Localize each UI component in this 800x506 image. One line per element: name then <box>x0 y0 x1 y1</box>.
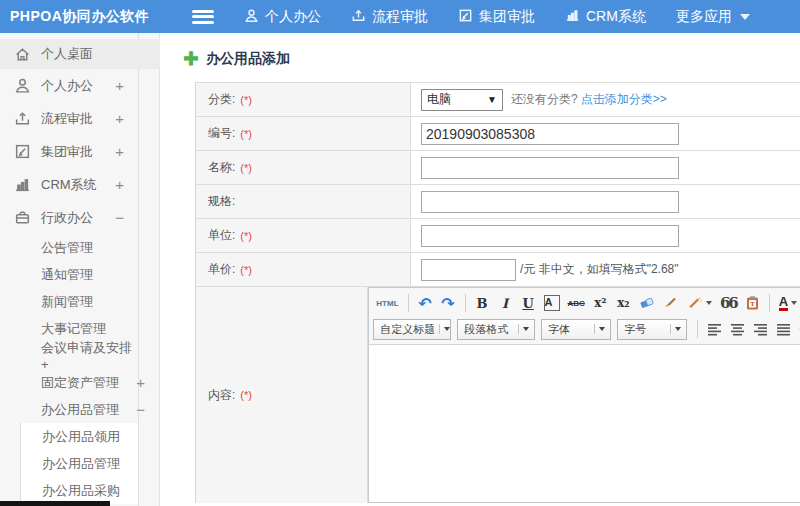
paste-as-text-icon[interactable]: T <box>742 293 763 314</box>
app-logo: PHPOA协同办公软件 <box>0 8 180 26</box>
sidebar-item-notice-mgmt[interactable]: 通知管理 <box>0 261 138 288</box>
field-value <box>411 185 800 218</box>
add-supplies-form: 分类: (*) 电脑 ▼ 还没有分类? 点击添加分类>> 编号: <box>195 82 800 503</box>
spec-input[interactable] <box>421 191 679 213</box>
field-value <box>411 219 800 252</box>
sidebar-item-office-supplies-mgmt[interactable]: 办公用品管理 − <box>0 396 138 423</box>
eraser-icon[interactable] <box>636 293 658 314</box>
caret-down-icon <box>594 324 607 334</box>
sidebar-item-supplies-claim[interactable]: 办公用品领用 <box>21 423 138 450</box>
field-label: 内容: (*) <box>196 287 368 503</box>
font-border-button[interactable]: A <box>544 295 560 311</box>
caret-down-icon <box>740 14 750 20</box>
hamburger-menu-icon[interactable] <box>192 10 214 24</box>
sidebar-item-personal-office[interactable]: 个人办公 + <box>0 69 138 102</box>
strikethrough-button[interactable]: ABC <box>565 293 588 314</box>
editor-toolbar: HTML ↶ ↷ B I U A ABC <box>369 288 800 345</box>
code-input[interactable] <box>421 123 679 145</box>
undo-icon[interactable]: ↶ <box>415 293 436 314</box>
sidebar-item-supplies-purchase[interactable]: 办公用品采购 <box>21 477 138 504</box>
nav-crm-system[interactable]: CRM系统 <box>565 8 646 26</box>
field-label: 名称: (*) <box>196 151 411 184</box>
collapse-minus-icon[interactable]: − <box>136 401 145 418</box>
font-color-button[interactable]: A <box>776 293 800 314</box>
editor-toolbar-row-1: HTML ↶ ↷ B I U A ABC <box>373 290 800 316</box>
sidebar-item-label: 集团审批 <box>41 143 93 161</box>
combo-label: 段落格式 <box>464 322 508 337</box>
nav-more-apps[interactable]: 更多应用 <box>676 8 750 26</box>
align-center-icon[interactable] <box>727 319 748 340</box>
field-label: 单位: (*) <box>196 219 411 252</box>
name-input[interactable] <box>421 157 679 179</box>
bold-button[interactable]: B <box>472 293 493 314</box>
nav-group-approval[interactable]: 集团审批 <box>458 8 535 26</box>
sidebar-item-label: 办公用品管理 <box>41 401 119 419</box>
combo-label: 自定义标题 <box>380 322 435 337</box>
font-size-combo[interactable]: 字号 <box>617 319 687 340</box>
app-window: PHPOA协同办公软件 个人办公 流程审批 集团审批 <box>0 0 800 506</box>
label-text: 单价: <box>208 261 235 278</box>
nav-workflow-approval[interactable]: 流程审批 <box>351 8 428 26</box>
sidebar-item-crm-system[interactable]: CRM系统 + <box>0 168 138 201</box>
custom-title-combo[interactable]: 自定义标题 <box>373 319 451 340</box>
expand-plus-icon[interactable]: + <box>115 176 124 193</box>
sidebar-item-supplies-manage[interactable]: 办公用品管理 <box>21 450 138 477</box>
source-code-button[interactable]: HTML <box>373 293 401 314</box>
sidebar-item-label: 办公用品管理 <box>42 455 120 473</box>
caret-down-icon <box>518 324 531 334</box>
briefcase-icon <box>14 209 31 226</box>
required-marker: (*) <box>240 230 252 242</box>
category-selected-value: 电脑 <box>427 91 451 108</box>
category-hint: 还没有分类? <box>511 91 578 108</box>
sidebar-item-news-mgmt[interactable]: 新闻管理 <box>0 288 138 315</box>
italic-button[interactable]: I <box>495 293 516 314</box>
add-category-link[interactable]: 点击添加分类>> <box>581 91 667 108</box>
paragraph-format-combo[interactable]: 段落格式 <box>457 319 535 340</box>
collapse-minus-icon[interactable]: − <box>115 209 124 226</box>
format-painter-icon[interactable] <box>660 293 682 314</box>
align-justify-icon[interactable] <box>773 319 794 340</box>
category-select[interactable]: 电脑 ▼ <box>421 89 503 111</box>
field-label: 规格: <box>196 185 411 218</box>
user-icon <box>244 8 259 26</box>
sidebar-item-label: 会议申请及安排+ <box>41 339 138 372</box>
price-input[interactable] <box>421 259 516 281</box>
sidebar-item-label: 新闻管理 <box>41 293 93 311</box>
unit-input[interactable] <box>421 225 679 247</box>
caret-down-icon <box>791 301 797 305</box>
sidebar-item-announcement-mgmt[interactable]: 公告管理 <box>0 234 138 261</box>
nav-personal-office[interactable]: 个人办公 <box>244 8 321 26</box>
align-right-icon[interactable] <box>750 319 771 340</box>
superscript-button[interactable]: x² <box>590 293 611 314</box>
expand-plus-icon[interactable]: + <box>115 143 124 160</box>
sidebar-item-admin-office[interactable]: 行政办公 − <box>0 201 138 234</box>
sidebar-item-events-mgmt[interactable]: 大事记管理 <box>0 315 138 342</box>
sidebar-item-personal-desktop[interactable]: 个人桌面 <box>0 39 160 69</box>
align-left-icon[interactable] <box>704 319 725 340</box>
sidebar-item-group-approval[interactable]: 集团审批 + <box>0 135 138 168</box>
editor-toolbar-row-2: 自定义标题 段落格式 字体 <box>373 316 800 342</box>
expand-plus-icon[interactable]: + <box>115 110 124 127</box>
subscript-button[interactable]: x₂ <box>613 293 634 314</box>
workflow-icon <box>14 110 31 127</box>
expand-plus-icon[interactable]: + <box>115 77 124 94</box>
nav-label: 集团审批 <box>479 8 535 26</box>
editor-content-area[interactable] <box>369 345 800 502</box>
caret-down-icon <box>706 301 712 305</box>
toolbar-separator <box>465 294 466 312</box>
sidebar-item-label: 行政办公 <box>41 209 93 227</box>
font-family-combo[interactable]: 字体 <box>541 319 611 340</box>
sidebar-item-label: 办公用品采购 <box>42 482 120 500</box>
auto-typeset-icon[interactable] <box>684 293 715 314</box>
link-icon[interactable] <box>796 319 800 340</box>
sidebar-item-workflow-approval[interactable]: 流程审批 + <box>0 102 138 135</box>
form-row-code: 编号: (*) <box>196 117 800 151</box>
sidebar-item-meeting-mgmt[interactable]: 会议申请及安排+ <box>0 342 138 369</box>
redo-icon[interactable]: ↷ <box>438 293 459 314</box>
form-row-price: 单价: (*) /元 非中文，如填写格式"2.68" <box>196 253 800 287</box>
expand-plus-icon[interactable]: + <box>136 374 145 391</box>
blockquote-button[interactable]: 66 <box>717 293 740 314</box>
label-text: 分类: <box>208 91 235 108</box>
sidebar-item-fixed-assets-mgmt[interactable]: 固定资产管理 + <box>0 369 138 396</box>
underline-button[interactable]: U <box>518 293 539 314</box>
